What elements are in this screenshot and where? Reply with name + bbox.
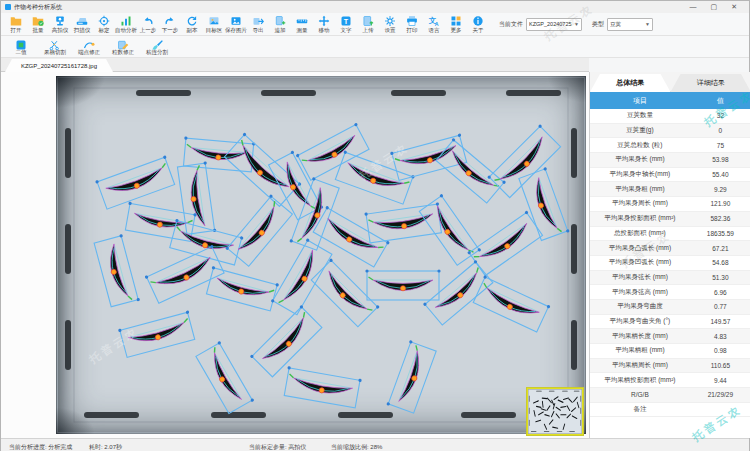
result-item-value: 110.65 bbox=[690, 359, 750, 373]
toolbar-button-stem-cut[interactable]: 果柄切割 bbox=[41, 37, 69, 56]
result-item-value: 51.30 bbox=[690, 271, 750, 285]
pod-detection bbox=[205, 266, 279, 312]
toolbar-button-save-image[interactable]: 保存图片 bbox=[225, 15, 247, 34]
toolbar-button-label: 副本 bbox=[187, 27, 198, 34]
result-item-label: 总投影面积 (mm²) bbox=[590, 227, 690, 241]
pod-detection bbox=[487, 124, 562, 199]
status-calibration: 当前标定参量: 高拍仪 bbox=[249, 443, 306, 451]
toolbar-button-label: 上传 bbox=[363, 27, 374, 34]
result-item-label: 平均果身凹弧长 (mm) bbox=[590, 256, 690, 270]
result-item-label: 平均果柄周长 (mm) bbox=[590, 359, 690, 373]
current-file-label: 当前文件 bbox=[499, 20, 523, 29]
toolbar-button-calibration-target[interactable]: 标定 bbox=[93, 15, 115, 34]
result-item-label: 平均果柄粗 (mm) bbox=[590, 344, 690, 358]
current-file-dropdown[interactable]: KZGP_20240725161728.jpg ▼ bbox=[526, 18, 582, 31]
result-item-label: 平均果身弯曲夹角 (°) bbox=[590, 315, 690, 329]
toolbar-button-scanner[interactable]: 扫描仪 bbox=[71, 15, 93, 34]
result-item-value: 55.40 bbox=[690, 168, 750, 182]
toolbar-button-binary[interactable]: 二值 bbox=[7, 37, 35, 56]
result-row: 豆荚数量32 bbox=[590, 109, 750, 124]
calibration-target-icon bbox=[98, 15, 110, 27]
navigator-thumbnail[interactable] bbox=[527, 388, 583, 435]
stem-cut-icon bbox=[49, 37, 61, 49]
toolbar-button-open-folder[interactable]: 打开 bbox=[5, 15, 27, 34]
result-row: 总投影面积 (mm²)18635.59 bbox=[590, 227, 750, 242]
status-zoom: 当前缩放比例: 28% bbox=[331, 443, 382, 451]
maximize-button[interactable]: ▢ bbox=[711, 1, 718, 13]
type-dropdown[interactable]: 豆荚 ▼ bbox=[607, 18, 653, 31]
toolbar-button-export[interactable]: 导出 bbox=[247, 15, 269, 34]
toolbar-button-language[interactable]: 文A语言 bbox=[423, 15, 445, 34]
toolbar-button-redo[interactable]: 下一步 bbox=[159, 15, 181, 34]
result-item-value: 53.98 bbox=[690, 153, 750, 167]
tab-overall-results[interactable]: 总体结果 bbox=[590, 74, 671, 92]
more-grid-icon bbox=[450, 15, 462, 27]
toolbar-button-undo[interactable]: 上一步 bbox=[137, 15, 159, 34]
toolbar-button-more-grid[interactable]: 更多 bbox=[445, 15, 467, 34]
pod-detection-overlay bbox=[56, 76, 586, 434]
toolbar-button-target-region[interactable]: 目标区 bbox=[203, 15, 225, 34]
result-item-value: 4.83 bbox=[690, 329, 750, 343]
toolbar-button-label: 追加 bbox=[275, 27, 286, 34]
toolbar-button-split-brush[interactable]: 粘连分割 bbox=[143, 37, 171, 56]
result-item-value: 18635.59 bbox=[690, 227, 750, 241]
result-item-value: 9.29 bbox=[690, 182, 750, 196]
doc-camera-icon bbox=[54, 15, 66, 27]
toolbar-button-settings-gear[interactable]: 设置 bbox=[379, 15, 401, 34]
result-item-value: 75 bbox=[690, 138, 750, 152]
pod-detection bbox=[472, 275, 551, 333]
toolbar-button-duplicate[interactable]: 副本 bbox=[181, 15, 203, 34]
pod-detection bbox=[310, 258, 380, 328]
undo-icon bbox=[142, 15, 154, 27]
pod-detection bbox=[283, 366, 362, 408]
toolbar-button-auto-analysis[interactable]: 自动分析 bbox=[115, 15, 137, 34]
result-item-value: 121.90 bbox=[690, 197, 750, 211]
result-row: 豆荚重(g)0 bbox=[590, 124, 750, 139]
pod-detection bbox=[365, 269, 440, 300]
toolbar-button-print[interactable]: 打印 bbox=[401, 15, 423, 34]
text-icon: T bbox=[340, 15, 352, 27]
toolbar-button-batch-folder[interactable]: 批量 bbox=[27, 15, 49, 34]
status-progress: 当前分析进度: 分析完成 bbox=[9, 443, 72, 451]
result-item-label: 平均果身周长 (mm) bbox=[590, 197, 690, 211]
svg-text:A: A bbox=[435, 20, 439, 26]
open-folder-icon bbox=[10, 15, 22, 27]
toolbar-button-count-fix[interactable]: 粒数修正 bbox=[109, 37, 137, 56]
toolbar-button-label: 语言 bbox=[429, 27, 440, 34]
pod-detection bbox=[182, 136, 256, 172]
duplicate-icon bbox=[186, 15, 198, 27]
toolbar-button-label: 下一步 bbox=[162, 27, 179, 34]
toolbar-button-upload[interactable]: 上传 bbox=[357, 15, 379, 34]
pod-detection bbox=[144, 245, 225, 305]
toolbar-button-label: 打开 bbox=[11, 27, 22, 34]
toolbar-button-about-info[interactable]: 关于 bbox=[467, 15, 489, 34]
result-row: 豆荚总粒数 (粒)75 bbox=[590, 138, 750, 153]
window-title: 作物考种分析系统 bbox=[14, 3, 62, 12]
status-elapsed: 耗时: 2.07秒 bbox=[89, 443, 122, 451]
document-tab-bar: KZGP_20240725161728.jpg bbox=[1, 58, 589, 72]
result-item-value bbox=[690, 403, 750, 417]
toolbar-button-label: 导出 bbox=[253, 27, 264, 34]
result-row: 平均果身粗 (mm)9.29 bbox=[590, 182, 750, 197]
application-window: 作物考种分析系统 — ▢ ✕ 打开批量高拍仪扫描仪标定自动分析上一步下一步副本目… bbox=[0, 0, 750, 451]
close-button[interactable]: ✕ bbox=[731, 1, 737, 13]
toolbar-button-measure[interactable]: 测量 bbox=[291, 15, 313, 34]
document-tab[interactable]: KZGP_20240725161728.jpg bbox=[5, 59, 113, 72]
toolbar-button-text[interactable]: T文字 bbox=[335, 15, 357, 34]
result-row: R/G/B21/29/29 bbox=[590, 388, 750, 403]
result-item-value: 0.98 bbox=[690, 344, 750, 358]
toolbar-button-move[interactable]: 移动 bbox=[313, 15, 335, 34]
analysis-canvas[interactable]: 托普云农 托普云农 bbox=[56, 76, 586, 434]
tab-detail-results[interactable]: 详细结果 bbox=[671, 74, 750, 92]
measure-icon bbox=[296, 15, 308, 27]
pod-detection bbox=[195, 341, 254, 415]
toolbar-button-doc-camera[interactable]: 高拍仪 bbox=[49, 15, 71, 34]
svg-text:T: T bbox=[344, 18, 349, 26]
result-row: 平均果身凸弧长 (mm)67.21 bbox=[590, 241, 750, 256]
toolbar-button-append[interactable]: 追加 bbox=[269, 15, 291, 34]
count-fix-icon bbox=[117, 37, 129, 49]
toolbar-button-label: 标定 bbox=[99, 27, 110, 34]
toolbar-button-endpoint-fix[interactable]: 端点修正 bbox=[75, 37, 103, 56]
result-item-label: 平均果身中轴长(mm) bbox=[590, 168, 690, 182]
minimize-button[interactable]: — bbox=[690, 1, 697, 13]
